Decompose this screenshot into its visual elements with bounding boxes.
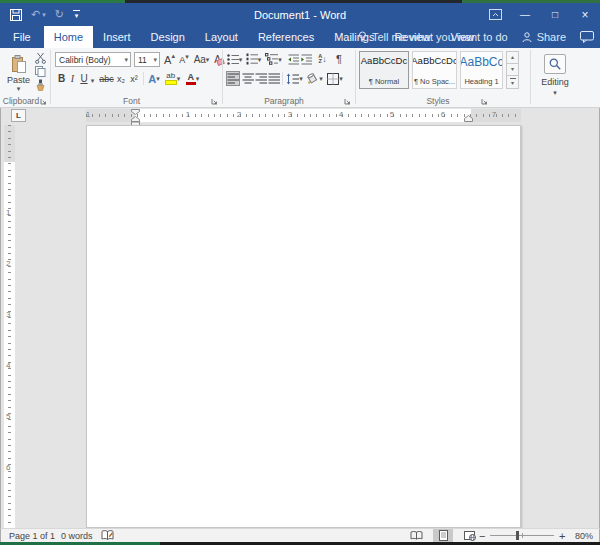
clipboard-dialog-launcher[interactable] [40, 98, 47, 105]
multilevel-list-button[interactable]: ▾ [264, 52, 283, 66]
tab-layout[interactable]: Layout [195, 26, 248, 48]
format-painter-button[interactable] [34, 78, 47, 91]
line-spacing-dropdown-icon[interactable]: ▾ [299, 75, 303, 82]
tab-home[interactable]: Home [44, 26, 93, 48]
close-button[interactable]: × [570, 3, 600, 26]
style-preview: AaBbCcDc [412, 55, 457, 66]
editing-dropdown-icon[interactable]: ▾ [553, 89, 557, 96]
page-indicator[interactable]: Page 1 of 1 [9, 529, 55, 542]
tab-stop-selector[interactable]: L [11, 109, 26, 122]
word-window: ↶ ▾ ↻ ▾ Document1 - Word — □ [0, 0, 600, 545]
ruler-number: 3 [6, 311, 10, 319]
shading-dropdown-icon[interactable]: ▾ [319, 75, 323, 82]
print-layout-button[interactable] [433, 529, 453, 542]
styles-scroll-down-button[interactable]: ▾ [506, 64, 519, 77]
vertical-ruler[interactable]: 1 2 3 4 5 6 [4, 125, 15, 528]
paste-dropdown-icon[interactable]: ▾ [17, 85, 21, 92]
multilevel-dropdown-icon[interactable]: ▾ [278, 56, 282, 63]
text-highlight-button[interactable]: ab ▾ [164, 71, 181, 86]
show-hide-button[interactable]: ¶ [333, 52, 345, 66]
dialog-launcher-icon [344, 98, 351, 105]
dialog-launcher-icon [40, 98, 47, 105]
first-line-indent-marker[interactable] [131, 109, 140, 115]
style-no-spacing[interactable]: AaBbCcDc ¶ No Spac... [412, 51, 457, 89]
line-spacing-button[interactable]: ▾ [285, 71, 304, 86]
styles-scroll-up-button[interactable]: ▴ [506, 51, 519, 64]
numbering-dropdown-icon[interactable]: ▾ [258, 56, 262, 63]
style-heading-1[interactable]: AaBbCc Heading 1 [460, 51, 503, 89]
web-layout-button[interactable] [460, 529, 480, 542]
font-size-dropdown-icon[interactable]: ▾ [153, 56, 159, 64]
document-page[interactable] [86, 125, 521, 528]
shading-button[interactable]: ▾ [305, 71, 324, 86]
copy-button[interactable] [34, 65, 47, 77]
maximize-button[interactable]: □ [540, 3, 570, 26]
style-normal[interactable]: AaBbCcDc ¶ Normal [359, 51, 409, 89]
right-indent-marker[interactable] [464, 115, 473, 122]
zoom-slider-thumb[interactable] [516, 531, 519, 540]
grow-font-button[interactable]: A▴ [163, 52, 176, 67]
align-left-button[interactable] [226, 71, 240, 86]
strikethrough-button[interactable]: abc [99, 71, 114, 86]
bullets-button[interactable]: ▾ [226, 52, 243, 66]
numbering-icon [246, 53, 258, 65]
paragraph-dialog-launcher[interactable] [344, 98, 351, 105]
ruler-number: 5 [390, 111, 394, 119]
editing-button[interactable]: Editing ▾ [539, 50, 571, 100]
tab-file[interactable]: File [0, 26, 44, 48]
text-effects-dropdown-icon[interactable]: ▾ [156, 75, 160, 82]
text-effects-button[interactable]: A▾ [146, 71, 162, 86]
justify-button[interactable] [267, 71, 280, 86]
change-case-button[interactable]: Aa▾ [193, 52, 210, 67]
zoom-level[interactable]: 80% [575, 529, 593, 542]
align-center-button[interactable] [241, 71, 254, 86]
bullets-dropdown-icon[interactable]: ▾ [239, 56, 243, 63]
bold-button[interactable]: B [56, 71, 67, 86]
styles-more-button[interactable]: ▾ [506, 76, 519, 89]
underline-button[interactable]: U [79, 71, 89, 86]
underline-dropdown-icon[interactable]: ▾ [89, 74, 96, 86]
text-highlight-dropdown-icon[interactable]: ▾ [177, 75, 181, 82]
shrink-font-button[interactable]: A▾ [178, 53, 190, 67]
change-case-dropdown-icon[interactable]: ▾ [206, 56, 210, 63]
bullets-icon [227, 54, 239, 65]
zoom-in-button[interactable]: + [559, 529, 565, 542]
tab-design[interactable]: Design [141, 26, 195, 48]
sort-button[interactable]: AZ ↓ [315, 52, 330, 66]
tell-me-box[interactable]: Tell me what you want to do [358, 31, 508, 43]
word-count[interactable]: 0 words [61, 529, 93, 542]
paste-button[interactable]: Paste ▾ [4, 51, 33, 96]
comment-icon [580, 31, 594, 43]
font-dialog-launcher[interactable] [211, 98, 218, 105]
zoom-out-button[interactable]: − [479, 529, 485, 542]
styles-dialog-launcher[interactable] [481, 98, 488, 105]
proofing-status-button[interactable] [101, 529, 114, 542]
font-size-combo[interactable]: 11 ▾ [134, 52, 160, 67]
borders-button[interactable]: ▾ [325, 71, 345, 86]
decrease-indent-button[interactable] [287, 52, 299, 66]
ruler-number: 6 [6, 464, 10, 472]
styles-gallery-scroll: ▴ ▾ ▾ [506, 51, 519, 89]
font-color-dropdown-icon[interactable]: ▾ [196, 75, 200, 82]
magnifier-icon [549, 58, 561, 70]
font-name-dropdown-icon[interactable]: ▾ [124, 56, 130, 64]
cut-button[interactable] [34, 52, 47, 64]
increase-indent-button[interactable] [300, 52, 312, 66]
font-name-value: Calibri (Body) [59, 55, 111, 65]
read-mode-button[interactable] [406, 529, 426, 542]
superscript-button[interactable]: x² [128, 71, 140, 86]
subscript-button[interactable]: x₂ [115, 71, 127, 86]
tab-references[interactable]: References [248, 26, 324, 48]
italic-button[interactable]: I [68, 71, 77, 86]
ribbon-display-options-button[interactable] [480, 3, 510, 26]
horizontal-ruler[interactable]: 1 1 2 3 4 5 6 7 [86, 109, 521, 122]
minimize-button[interactable]: — [510, 3, 540, 26]
comment-button[interactable] [580, 31, 594, 43]
font-name-combo[interactable]: Calibri (Body) ▾ [55, 52, 131, 67]
share-button[interactable]: Share [522, 31, 566, 43]
align-right-button[interactable] [254, 71, 267, 86]
numbering-button[interactable]: ▾ [245, 52, 262, 66]
borders-dropdown-icon[interactable]: ▾ [339, 75, 343, 82]
font-color-button[interactable]: A ▾ [184, 71, 201, 86]
tab-insert[interactable]: Insert [93, 26, 141, 48]
